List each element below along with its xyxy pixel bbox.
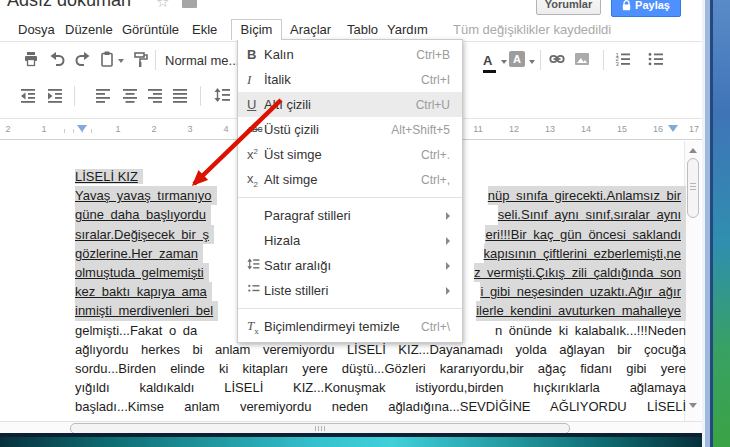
desktop-background-strip xyxy=(0,437,712,447)
ruler-number: 1 xyxy=(26,124,62,135)
text-line[interactable]: başladı...Kimse anlam veremiyordu neden … xyxy=(75,397,686,416)
highlight-dropdown-arrow[interactable] xyxy=(529,60,535,64)
underline-icon: U xyxy=(238,97,262,112)
menu-duzenle[interactable]: Düzenle xyxy=(65,22,113,37)
menu-tablo[interactable]: Tablo xyxy=(347,22,378,37)
image-icon xyxy=(573,50,591,68)
insert-image-button[interactable] xyxy=(573,50,593,70)
ruler-number: 15 xyxy=(604,124,640,135)
ruler-number: 13 xyxy=(532,124,568,135)
folder-icon[interactable] xyxy=(182,0,197,8)
toolbar-separator xyxy=(155,50,156,70)
numbered-list-button[interactable]: 123 xyxy=(614,50,634,70)
svg-text:3: 3 xyxy=(616,61,620,67)
toolbar-separator xyxy=(74,86,75,106)
menu-item-align[interactable]: Hizala xyxy=(238,228,462,253)
menu-item-list-styles[interactable]: Liste stilleri xyxy=(238,278,462,303)
superscript-icon: x2 xyxy=(238,147,262,162)
paste-button[interactable] xyxy=(98,50,118,70)
scroll-down-arrow[interactable] xyxy=(689,403,697,408)
redo-icon xyxy=(74,50,92,68)
menu-item-italic[interactable]: IİtalikCtrl+I xyxy=(238,67,462,92)
scroll-up-arrow[interactable] xyxy=(689,148,697,153)
subscript-icon: x2 xyxy=(238,171,262,189)
list-styles-icon xyxy=(238,282,262,299)
document-title[interactable]: Adsız doküman xyxy=(7,0,131,11)
justify-icon xyxy=(171,86,189,104)
toolbar-separator xyxy=(200,86,201,106)
submenu-arrow-icon xyxy=(446,262,450,270)
line-spacing-button[interactable] xyxy=(214,86,234,106)
menu-ekle[interactable]: Ekle xyxy=(192,22,217,37)
menu-item-superscript[interactable]: x2Üst simgeCtrl+. xyxy=(238,142,462,167)
submenu-arrow-icon xyxy=(446,212,450,220)
share-button[interactable]: Paylaş xyxy=(611,0,681,17)
paste-dropdown-arrow[interactable] xyxy=(118,59,124,63)
star-icon[interactable]: ☆ xyxy=(156,0,169,11)
text-line[interactable]: yığıldı kaldıkaldı LİSELİ KIZ...Konuşmak… xyxy=(75,378,686,397)
menu-item-clear-formatting[interactable]: TxBiçimlendirmeyi temizleCtrl+\ xyxy=(238,314,462,339)
link-icon xyxy=(547,50,567,68)
right-indent-marker[interactable] xyxy=(668,125,678,132)
ruler-left-numbers: 21 xyxy=(0,124,62,135)
menu-item-line-spacing[interactable]: Satır aralığı xyxy=(238,253,462,278)
decrease-indent-icon xyxy=(19,86,37,104)
thumb-grip xyxy=(690,183,696,192)
menu-bicim-open[interactable]: Biçim xyxy=(231,19,282,40)
menu-item-bold[interactable]: BKalınCtrl+B xyxy=(238,42,462,67)
menu-goruntule[interactable]: Görüntüle xyxy=(122,22,179,37)
menu-item-paragraph-styles[interactable]: Paragraf stilleri xyxy=(238,203,462,228)
line-spacing-icon xyxy=(238,257,262,274)
toolbar-separator xyxy=(540,50,541,70)
align-right-button[interactable] xyxy=(146,86,166,106)
print-button[interactable] xyxy=(22,50,42,70)
align-left-button[interactable] xyxy=(94,86,114,106)
strikethrough-icon: ABC xyxy=(238,125,262,134)
line-spacing-icon xyxy=(214,86,232,104)
menu-item-underline[interactable]: UAltı çiziliCtrl+U xyxy=(238,92,462,117)
clipboard-icon xyxy=(98,50,116,68)
ruler-number: 1 xyxy=(100,124,136,135)
submenu-arrow-icon xyxy=(446,287,450,295)
decrease-indent-button[interactable] xyxy=(19,86,39,106)
menu-separator xyxy=(238,197,462,198)
text-color-icon: A xyxy=(483,53,492,68)
ruler-number: 11 xyxy=(460,124,496,135)
redo-button[interactable] xyxy=(74,50,94,70)
left-indent-marker[interactable] xyxy=(77,125,87,132)
google-docs-window: Adsız doküman ☆ Yorumlar Paylaş Dosya Dü… xyxy=(0,0,730,447)
window-right-border xyxy=(702,0,730,447)
text-line[interactable]: sordu...Birden elinde ki kitapları yere … xyxy=(75,359,686,378)
ruler-number: 3 xyxy=(172,124,208,135)
bold-icon: B xyxy=(238,47,262,62)
undo-button[interactable] xyxy=(48,50,68,70)
paint-format-button[interactable] xyxy=(132,50,152,70)
bulleted-list-icon xyxy=(647,50,665,68)
print-icon xyxy=(22,50,40,68)
comments-button[interactable]: Yorumlar xyxy=(536,0,601,15)
ruler-number: 12 xyxy=(496,124,532,135)
toolbar-separator xyxy=(603,50,604,70)
menu-yardim[interactable]: Yardım xyxy=(387,22,428,37)
menu-item-subscript[interactable]: x2Alt simgeCtrl+, xyxy=(238,167,462,192)
text-color-button[interactable]: A xyxy=(483,51,496,73)
paragraph-style-selector[interactable]: Normal me... xyxy=(165,53,239,68)
bulleted-list-button[interactable] xyxy=(647,50,667,70)
submenu-arrow-icon xyxy=(446,237,450,245)
justify-button[interactable] xyxy=(171,86,191,106)
align-center-button[interactable] xyxy=(121,86,141,106)
numbered-list-icon: 123 xyxy=(614,50,632,68)
menu-dosya[interactable]: Dosya xyxy=(18,22,55,37)
increase-indent-icon xyxy=(46,86,64,104)
thumb-grip xyxy=(315,426,325,431)
menu-item-strikethrough[interactable]: ABCÜstü çiziliAlt+Shift+5 xyxy=(238,117,462,142)
align-right-icon xyxy=(146,86,164,104)
highlight-color-icon[interactable]: A xyxy=(509,51,525,67)
menu-separator xyxy=(238,308,462,309)
increase-indent-button[interactable] xyxy=(46,86,66,106)
text-color-dropdown-arrow[interactable] xyxy=(501,60,507,64)
format-menu: BKalınCtrl+B IİtalikCtrl+I UAltı çiziliC… xyxy=(237,39,463,343)
menu-araclar[interactable]: Araçlar xyxy=(290,22,331,37)
vertical-scroll-thumb[interactable] xyxy=(687,158,699,218)
insert-link-button[interactable] xyxy=(547,50,567,70)
